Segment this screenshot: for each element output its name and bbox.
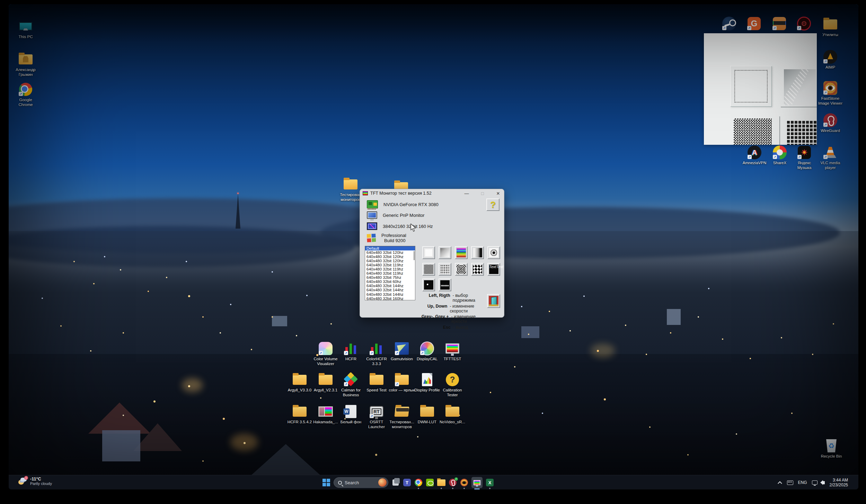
desktop-icon-orange-g-app[interactable]: G <box>740 17 768 30</box>
taskbar-tft-test-active[interactable] <box>471 477 483 488</box>
resolution-option[interactable]: 640x480 32bit 120hz <box>365 259 415 263</box>
pattern-button-blank[interactable] <box>422 246 435 259</box>
desktop-icon-color-volume-visualizer[interactable]: Color Volume Visualizer <box>312 342 339 366</box>
gpu-info-row: NVIDIA GeForce RTX 3080 <box>367 200 439 209</box>
pattern-button-rings[interactable] <box>455 263 468 276</box>
resolution-option[interactable]: 640x480 32bit 144hz <box>365 284 415 288</box>
resolution-option[interactable]: 640x480 32bit 120hz <box>365 250 415 255</box>
desktop-icon-gamutvision[interactable]: Gamutvision <box>388 342 416 362</box>
desktop-icon-user-folder[interactable]: Александр Грыжин <box>12 52 39 77</box>
resolution-option[interactable]: 640x480 32bit 119hz <box>365 267 415 271</box>
desktop-icon-speed-test[interactable]: Speed Test <box>363 373 390 393</box>
desktop-icon-this-pc[interactable]: This PC <box>12 19 39 39</box>
taskbar-center: Search T ✓ X <box>322 475 494 489</box>
desktop-icon-display-profile[interactable]: Display Profile <box>413 373 441 393</box>
icon-label: ShareX <box>773 161 786 166</box>
taskbar-wireguard[interactable]: ✓ <box>449 478 457 487</box>
pattern-button-graybars[interactable] <box>471 246 484 259</box>
desktop-icon-color-shortcut[interactable]: color — ярлык <box>388 373 416 393</box>
desktop-icon-faststone[interactable]: FastStone Image Viewer <box>816 81 844 106</box>
taskbar-chrome[interactable] <box>414 478 423 487</box>
resolution-option[interactable]: 640x480 32bit 75hz <box>365 275 415 280</box>
network-icon[interactable] <box>812 480 818 485</box>
pattern-button-gradient[interactable] <box>439 246 451 259</box>
folder-icon <box>823 17 838 31</box>
taskbar-file-explorer[interactable] <box>437 478 445 487</box>
desktop-icon-red-gear-app[interactable]: ⚙ <box>790 17 818 30</box>
tray-overflow-chevron-icon[interactable] <box>778 481 782 486</box>
resolution-option-selected[interactable]: Default <box>365 246 415 250</box>
desktop-icon-steam[interactable] <box>715 17 743 30</box>
desktop-icon-tfttest[interactable]: TFTTEST <box>439 342 466 362</box>
tft-test-window: TFT Монитор тест версия 1.52 — □ ✕ NVIDI… <box>360 189 504 318</box>
desktop-icon-osrtt-launcher[interactable]: RT OSRTT Launcher <box>363 405 390 429</box>
resolution-option[interactable]: 640x480 32bit 120hz <box>365 255 415 259</box>
help-button[interactable]: ? <box>486 198 500 211</box>
maximize-button[interactable]: □ <box>480 191 485 196</box>
pattern-button-comb[interactable] <box>439 278 451 291</box>
close-button[interactable]: ✕ <box>495 191 501 196</box>
desktop-icon-calibration-tester[interactable]: ? Calibration Tester <box>439 373 466 397</box>
desktop-icon-hcfr-3542[interactable]: HCFR 3.5.4.2 <box>286 405 313 425</box>
input-language[interactable]: ENG <box>798 480 807 485</box>
desktop-icon-argyll-v330[interactable]: Argyll_V3.3.0 <box>286 373 313 393</box>
resolution-listbox[interactable]: Default 640x480 32bit 120hz 640x480 32bi… <box>365 246 415 300</box>
icon-label: DisplayCAL <box>417 357 438 362</box>
colorhcfr-icon <box>369 342 384 355</box>
desktop-icon-testing-monitors[interactable]: Тестирован... мониторов <box>388 405 416 429</box>
exit-button[interactable] <box>487 294 500 308</box>
desktop-icon-yandex-music[interactable]: Яндекс Музыка <box>790 145 818 170</box>
desktop-icon-sharex[interactable]: ShareX <box>766 145 794 166</box>
icon-label: OSRTT Launcher <box>363 420 390 429</box>
desktop-icon-google-chrome[interactable]: Google Chrome <box>12 82 39 107</box>
pattern-button-checkerboard[interactable] <box>422 263 435 276</box>
start-button[interactable] <box>322 478 330 487</box>
desktop-icon-colorhcfr[interactable]: ColorHCFR 3.3.3 <box>363 342 390 366</box>
pattern-button-dot-grid[interactable] <box>439 263 451 276</box>
hotkey-desc: - выход <box>453 325 468 330</box>
desktop-icon-argyll-v231[interactable]: Argyll_V2.3.1 <box>312 373 339 393</box>
search-box[interactable]: Search <box>334 477 388 488</box>
resolution-option[interactable]: 640x480 32bit 60hz <box>365 280 415 284</box>
task-view-button[interactable] <box>391 478 400 487</box>
desktop-icon-hcfr[interactable]: HCFR <box>337 342 365 362</box>
icon-label: Recycle Bin <box>821 454 842 459</box>
desktop-icon-dwm-lut[interactable]: DWM-LUT <box>413 405 441 425</box>
desktop-icon-hakamada[interactable]: Hakamada_... <box>312 405 339 425</box>
pattern-button-pixel-dot[interactable] <box>422 278 435 291</box>
resolution-option[interactable]: 640x480 32bit 119hz <box>365 271 415 275</box>
taskbar-nvidia[interactable] <box>426 478 434 487</box>
pattern-button-houndstooth[interactable] <box>471 263 484 276</box>
resolution-option[interactable]: 640x480 32bit 119hz <box>365 263 415 267</box>
desktop-icon-displaycal[interactable]: DisplayCAL <box>413 342 441 362</box>
desktop-icon-white-background-doc[interactable]: Белый фон <box>337 405 365 425</box>
speaker-icon[interactable] <box>822 481 825 484</box>
os-info-row: Professional Build 9200 <box>367 233 406 243</box>
desktop-icon-calman[interactable]: Calman for Business <box>337 373 365 397</box>
desktop-icon-novideo-srgb[interactable]: NoVideo_sR... <box>439 405 466 425</box>
hotkey-desc: - изменение яркости <box>451 314 492 324</box>
touch-keyboard-icon[interactable] <box>787 480 793 485</box>
pattern-button-circle[interactable] <box>487 246 500 259</box>
pattern-button-colorbars[interactable] <box>455 246 468 259</box>
desktop-icon-emulator-box[interactable] <box>766 17 793 30</box>
tray-clock[interactable]: 3:44 AM 2/23/2025 <box>830 478 848 487</box>
desktop-icon-aimp[interactable]: AIMP <box>816 50 844 70</box>
listbox-scrollbar[interactable] <box>414 251 415 260</box>
steam-icon <box>722 17 737 30</box>
yandex-music-icon <box>797 145 812 159</box>
taskbar-weather-widget[interactable]: 1 -11°C Partly cloudy <box>18 477 52 486</box>
aimp-icon <box>823 50 838 64</box>
desktop-icon-recycle-bin[interactable]: Recycle Bin <box>818 439 845 459</box>
resolution-option[interactable]: 640x480 32bit 144hz <box>365 288 415 292</box>
desktop-icon-vlc[interactable]: VLC media player <box>816 145 844 170</box>
tft-app-icon <box>474 480 480 485</box>
desktop-icon-wireguard[interactable]: WireGuard <box>816 113 844 133</box>
taskbar-faststone[interactable] <box>460 478 468 487</box>
minimize-button[interactable]: — <box>464 191 469 196</box>
desktop-icon-utilities[interactable]: Утилиты <box>816 17 844 37</box>
taskbar-teams[interactable]: T <box>403 478 411 487</box>
pattern-button-text[interactable]: TextText <box>487 263 500 276</box>
taskbar-excel[interactable]: X <box>486 478 494 487</box>
desktop-icon-amneziavpn[interactable]: A AmneziaVPN <box>741 145 768 166</box>
